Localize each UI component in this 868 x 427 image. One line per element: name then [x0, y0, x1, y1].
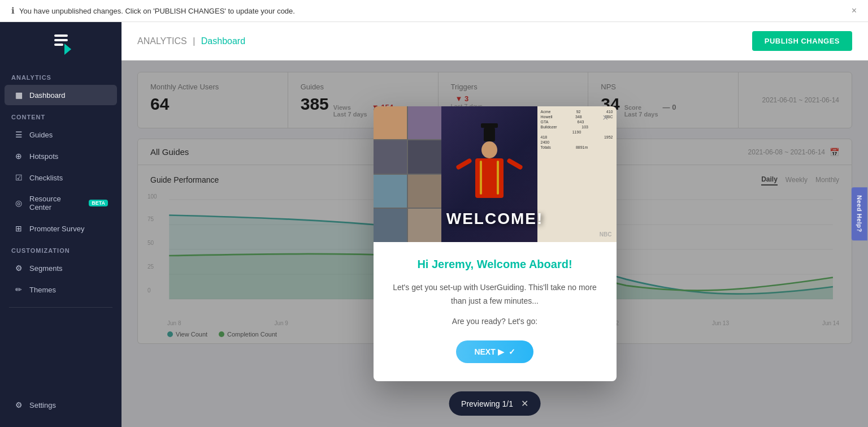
- next-check-icon: ✓: [509, 347, 515, 356]
- svg-rect-0: [54, 34, 68, 37]
- promoter-survey-icon: ⊞: [14, 224, 24, 233]
- resource-center-label: Resource Center: [29, 195, 81, 212]
- dashboard-label: Dashboard: [29, 91, 66, 100]
- sidebar-item-dashboard[interactable]: ▦ Dashboard: [5, 85, 117, 105]
- next-btn-label: NEXT ▶: [474, 347, 504, 356]
- guides-icon: ☰: [14, 130, 24, 139]
- breadcrumb-page: Dashboard: [201, 36, 245, 46]
- sidebar-item-promoter-survey[interactable]: ⊞ Promoter Survey: [5, 218, 117, 239]
- score-row-4: Bulldozer103: [541, 125, 613, 129]
- breadcrumb-separator: |: [193, 36, 198, 46]
- photo-cell-3: [374, 140, 407, 174]
- publish-changes-button[interactable]: PUBLISH CHANGES: [752, 31, 852, 51]
- photo-cell-8: [408, 209, 441, 242]
- resource-center-icon: ◎: [14, 199, 24, 208]
- settings-icon: ⚙: [14, 400, 24, 409]
- welcome-image-text: WELCOME!: [446, 210, 544, 228]
- photo-cell-5: [374, 175, 407, 208]
- sidebar-item-segments[interactable]: ⚙ Segments: [5, 258, 117, 278]
- beta-badge: BETA: [89, 200, 108, 206]
- content-section-label: CONTENT: [0, 106, 121, 124]
- score-row-6: 4181952: [541, 135, 613, 139]
- sidebar-divider: [9, 307, 112, 308]
- dashboard-icon: ▦: [14, 90, 24, 100]
- photo-cell-2: [408, 106, 441, 140]
- modal-title: Hi Jeremy, Welcome Aboard!: [393, 258, 597, 271]
- promoter-survey-label: Promoter Survey: [29, 225, 85, 233]
- checklists-label: Checklists: [29, 174, 63, 182]
- sidebar-item-themes[interactable]: ✏ Themes: [5, 279, 117, 300]
- preview-close-button[interactable]: ✕: [521, 398, 528, 409]
- nbc-logo: NBC: [600, 231, 612, 238]
- modal-overlay: ×: [121, 61, 868, 427]
- main-content: ANALYTICS | Dashboard PUBLISH CHANGES Mo…: [121, 22, 868, 427]
- modal-body: Hi Jeremy, Welcome Aboard! Let's get you…: [374, 242, 617, 382]
- modal-image-content: Acme92410 Howell348SBC GTA643 Bulldozer1…: [374, 106, 617, 242]
- breadcrumb-section: ANALYTICS: [137, 36, 187, 46]
- sidebar-item-resource-center[interactable]: ◎ Resource Center BETA: [5, 189, 117, 217]
- guides-nav-label: Guides: [29, 131, 53, 139]
- sidebar-logo: [0, 22, 121, 66]
- hotspots-label: Hotspots: [29, 152, 58, 161]
- photo-cell-7: [374, 209, 407, 242]
- customization-section-label: CUSTOMIZATION: [0, 239, 121, 257]
- analytics-section-label: ANALYTICS: [0, 66, 121, 84]
- preview-text: Previewing 1/1: [461, 399, 513, 408]
- sidebar-item-guides[interactable]: ☰ Guides: [5, 124, 117, 145]
- notification-content: ℹ You have unpublished changes. Click on…: [11, 6, 295, 16]
- scoreboard: Acme92410 Howell348SBC GTA643 Bulldozer1…: [537, 106, 617, 242]
- settings-label: Settings: [29, 401, 56, 409]
- main-header: ANALYTICS | Dashboard PUBLISH CHANGES: [121, 22, 868, 61]
- dashboard-body: Monthly Active Users 64 Guides 385 Views…: [121, 61, 868, 427]
- photo-cell-1: [374, 106, 407, 140]
- photo-grid: [374, 106, 441, 242]
- breadcrumb: ANALYTICS | Dashboard: [137, 36, 245, 46]
- notification-text: You have unpublished changes. Click on '…: [19, 7, 295, 15]
- preview-bar: Previewing 1/1 ✕: [449, 391, 541, 416]
- svg-rect-2: [54, 44, 63, 46]
- app-container: ANALYTICS ▦ Dashboard CONTENT ☰ Guides ⊕…: [0, 22, 868, 427]
- info-icon: ℹ: [11, 6, 15, 16]
- segments-label: Segments: [29, 264, 63, 273]
- need-help-tab[interactable]: Need Help?: [852, 187, 867, 240]
- modal-question: Are you ready? Let's go:: [393, 317, 597, 326]
- segments-icon: ⚙: [14, 264, 24, 273]
- svg-marker-3: [64, 44, 71, 55]
- modal-image: Acme92410 Howell348SBC GTA643 Bulldozer1…: [374, 106, 617, 242]
- sidebar-item-checklists[interactable]: ☑ Checklists: [5, 167, 117, 188]
- sidebar-item-hotspots[interactable]: ⊕ Hotspots: [5, 146, 117, 166]
- score-row-7: 2400: [541, 140, 613, 144]
- sidebar: ANALYTICS ▦ Dashboard CONTENT ☰ Guides ⊕…: [0, 22, 121, 427]
- checklists-icon: ☑: [14, 173, 24, 182]
- next-button[interactable]: NEXT ▶ ✓: [456, 340, 533, 363]
- notification-close[interactable]: ×: [852, 6, 857, 16]
- photo-cell-6: [408, 175, 441, 208]
- svg-rect-1: [54, 39, 68, 41]
- notification-bar: ℹ You have unpublished changes. Click on…: [0, 0, 868, 22]
- score-row-5: 1190: [541, 130, 613, 134]
- logo-icon: [50, 32, 72, 55]
- score-row-8: Totals8891m: [541, 145, 613, 149]
- themes-icon: ✏: [14, 285, 24, 294]
- hotspots-icon: ⊕: [14, 152, 24, 161]
- modal-text: Let's get you set-up with UserGuiding. T…: [393, 281, 597, 308]
- sidebar-item-settings[interactable]: ⚙ Settings: [5, 395, 117, 415]
- photo-cell-4: [408, 140, 441, 174]
- welcome-modal: ×: [374, 106, 617, 382]
- modal-close-button[interactable]: ×: [602, 112, 609, 124]
- themes-label: Themes: [29, 286, 56, 294]
